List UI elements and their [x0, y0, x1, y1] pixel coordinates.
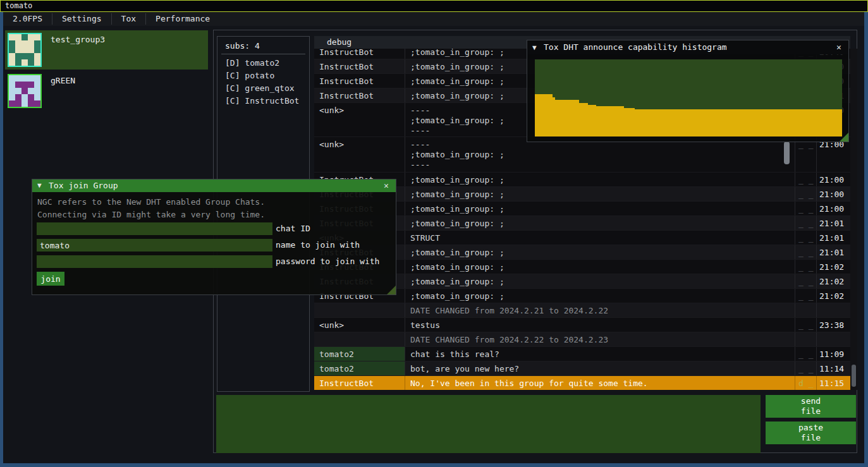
- avatar-pixel: [15, 100, 21, 107]
- subs-member[interactable]: [C] green_qtox: [217, 82, 309, 95]
- date-changed-row[interactable]: DATE CHANGED from 2024.2.22 to 2024.2.23: [314, 332, 850, 346]
- join-group-window: ▼ Tox join Group ✕ NGC refers to the New…: [32, 179, 396, 295]
- avatar-pixel: [21, 100, 28, 107]
- avatar-pixel: [9, 75, 15, 82]
- chat-message-row[interactable]: <unk>testus_ _23:38: [314, 317, 850, 332]
- message-text: chat is this real?: [405, 347, 795, 361]
- message-timestamp: 11:14: [816, 361, 850, 375]
- avatar-pixel: [15, 59, 21, 66]
- message-cell-scrollbar-thumb[interactable]: [784, 142, 790, 164]
- message-status: _ _: [795, 361, 816, 375]
- message-status: _ _: [795, 202, 816, 215]
- group-avatar: [8, 74, 42, 108]
- chat-scrollbar-track[interactable]: [850, 49, 857, 390]
- join-password-label: password to join with: [276, 255, 379, 268]
- avatar-pixel: [34, 75, 40, 82]
- avatar-pixel: [9, 40, 15, 47]
- message-author: InstructBot: [314, 49, 405, 59]
- histogram-plot: [535, 59, 842, 136]
- message-author: <unk>: [314, 137, 405, 172]
- join-password-input[interactable]: [37, 255, 272, 268]
- message-text: ;tomato_in_group: ;: [405, 187, 795, 201]
- sidebar-group-test_group3[interactable]: test_group3: [5, 30, 208, 70]
- menu-item-2.0fps[interactable]: 2.0FPS: [3, 12, 52, 26]
- join-desc-line2: Connecting via ID might take a very long…: [37, 210, 265, 219]
- histogram-area-series: [535, 59, 842, 136]
- avatar-pixel: [9, 59, 15, 66]
- menu-item-settings[interactable]: Settings: [52, 12, 111, 26]
- message-text: DATE CHANGED from 2024.2.22 to 2024.2.23: [405, 332, 795, 346]
- avatar-pixel: [21, 40, 28, 47]
- collapse-triangle-icon[interactable]: ▼: [532, 41, 537, 55]
- sidebar-group-gREEN[interactable]: gREEN: [5, 71, 208, 111]
- message-input[interactable]: [216, 395, 761, 453]
- message-timestamp: 21:00: [816, 137, 850, 172]
- avatar-pixel: [15, 82, 21, 88]
- chat-id-input[interactable]: [37, 222, 272, 235]
- message-status: _ _: [795, 187, 816, 201]
- avatar-pixel: [28, 53, 34, 59]
- message-timestamp: 21:00: [816, 173, 850, 186]
- menu-item-tox[interactable]: Tox: [112, 12, 145, 26]
- message-timestamp: [816, 303, 850, 317]
- message-status: _ _: [795, 245, 816, 259]
- avatar-pixel: [34, 34, 40, 40]
- collapse-triangle-icon[interactable]: ▼: [37, 179, 42, 192]
- message-timestamp: 21:01: [816, 231, 850, 245]
- avatar-pixel: [28, 75, 34, 82]
- resize-grip-icon[interactable]: [387, 286, 396, 294]
- subs-member[interactable]: [D] tomato2: [217, 57, 309, 70]
- close-icon[interactable]: ✕: [381, 179, 392, 192]
- chat-message-row[interactable]: tomato2bot, are you new here?_ _11:14: [314, 361, 850, 375]
- join-group-titlebar[interactable]: ▼ Tox join Group ✕: [32, 179, 396, 192]
- message-text: STRUCT: [405, 231, 795, 245]
- window-titlebar[interactable]: tomato: [0, 0, 868, 12]
- send-file-button[interactable]: send file: [766, 395, 856, 418]
- avatar-pixel: [15, 75, 21, 82]
- message-status: _ _: [795, 231, 816, 245]
- message-text: testus: [405, 318, 795, 332]
- avatar-pixel: [21, 94, 28, 100]
- avatar-pixel: [28, 94, 34, 100]
- chat-message-row[interactable]: tomato2chat is this real?_ _11:09: [314, 346, 850, 361]
- message-timestamp: 11:09: [816, 347, 850, 361]
- avatar-pixel: [34, 100, 40, 107]
- message-status: _ _: [795, 260, 816, 274]
- menu-item-performance[interactable]: Performance: [146, 12, 219, 26]
- chat-message-row[interactable]: InstructBotNo, I've been in this group f…: [314, 375, 850, 390]
- avatar-pixel: [28, 82, 34, 88]
- avatar-pixel: [21, 75, 28, 82]
- join-button[interactable]: join: [37, 272, 64, 286]
- join-name-input[interactable]: [37, 239, 272, 252]
- avatar-pixel: [9, 82, 15, 88]
- paste-file-button[interactable]: paste file: [766, 422, 856, 444]
- avatar-pixel: [9, 53, 15, 59]
- avatar-pixel: [34, 40, 40, 47]
- date-changed-row[interactable]: DATE CHANGED from 2024.2.21 to 2024.2.22: [314, 303, 850, 317]
- message-status: _ _: [795, 173, 816, 186]
- message-status: d _: [795, 376, 816, 390]
- subs-count-label: subs: 4: [225, 41, 260, 51]
- message-author: tomato2: [314, 347, 405, 361]
- chat-scrollbar-thumb[interactable]: [852, 365, 856, 387]
- avatar-pixel: [34, 53, 40, 59]
- histogram-titlebar[interactable]: ▼ Tox DHT announce capability histogram …: [527, 40, 848, 54]
- avatar-pixel: [28, 59, 34, 66]
- subs-member[interactable]: [C] InstructBot: [217, 95, 309, 107]
- message-status: _ _: [795, 216, 816, 230]
- close-icon[interactable]: ✕: [833, 41, 845, 54]
- message-status: _ _: [795, 137, 816, 172]
- message-timestamp: 23:38: [816, 318, 850, 332]
- avatar-pixel: [21, 34, 28, 40]
- resize-grip-icon[interactable]: [840, 133, 848, 142]
- message-text: DATE CHANGED from 2024.2.21 to 2024.2.22: [405, 303, 795, 317]
- avatar-pixel: [21, 53, 28, 59]
- message-author: tomato2: [314, 361, 405, 375]
- subs-member[interactable]: [C] potato: [217, 70, 309, 82]
- avatar-pixel: [15, 47, 21, 53]
- message-timestamp: 21:00: [816, 202, 850, 215]
- message-timestamp: 21:00: [816, 187, 850, 201]
- avatar-pixel: [9, 100, 15, 107]
- message-timestamp: 21:02: [816, 274, 850, 288]
- avatar-pixel: [28, 47, 34, 53]
